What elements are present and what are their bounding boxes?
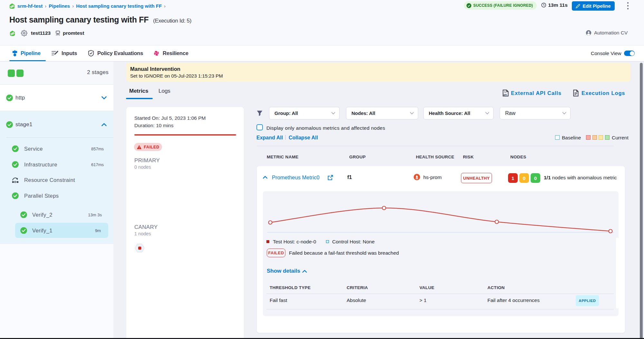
svg-text:API: API [504,94,507,96]
